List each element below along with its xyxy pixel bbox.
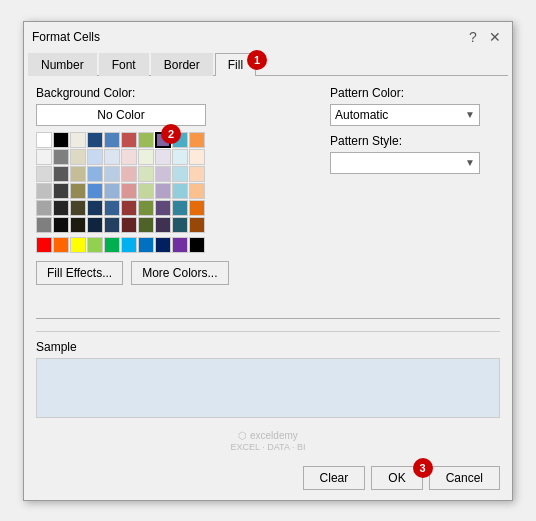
- pattern-color-arrow-icon: ▼: [465, 109, 475, 120]
- theme-color-cell[interactable]: [172, 166, 188, 182]
- theme-color-cell[interactable]: [121, 132, 137, 148]
- close-button[interactable]: ✕: [486, 28, 504, 46]
- theme-color-cell[interactable]: [70, 217, 86, 233]
- theme-color-cell[interactable]: [189, 149, 205, 165]
- theme-color-cell[interactable]: [189, 183, 205, 199]
- theme-color-cell[interactable]: [104, 183, 120, 199]
- theme-color-cell[interactable]: [53, 200, 69, 216]
- theme-color-cell[interactable]: [121, 166, 137, 182]
- standard-color-cell[interactable]: [121, 237, 137, 253]
- theme-color-cell[interactable]: [189, 166, 205, 182]
- help-button[interactable]: ?: [464, 28, 482, 46]
- standard-color-cell[interactable]: [138, 237, 154, 253]
- theme-color-cell[interactable]: [155, 149, 171, 165]
- sample-label: Sample: [36, 340, 500, 354]
- standard-color-cell[interactable]: [189, 237, 205, 253]
- more-colors-button[interactable]: More Colors...: [131, 261, 228, 285]
- badge-2: 2: [161, 124, 181, 144]
- standard-color-cell[interactable]: [87, 237, 103, 253]
- bottom-buttons: Clear OK 3 Cancel: [24, 458, 512, 500]
- theme-color-cell[interactable]: [189, 132, 205, 148]
- theme-color-cell[interactable]: [138, 217, 154, 233]
- theme-color-cell[interactable]: [87, 149, 103, 165]
- right-panel: Pattern Color: Automatic ▼ Pattern Style…: [330, 86, 500, 314]
- separator: [36, 318, 500, 319]
- theme-color-cell[interactable]: [155, 166, 171, 182]
- cancel-button[interactable]: Cancel: [429, 466, 500, 490]
- theme-color-cell[interactable]: [138, 132, 154, 148]
- pattern-style-dropdown[interactable]: ▼: [330, 152, 480, 174]
- theme-color-cell[interactable]: [53, 217, 69, 233]
- theme-color-cell[interactable]: [121, 217, 137, 233]
- standard-color-cell[interactable]: [104, 237, 120, 253]
- theme-color-cell[interactable]: [70, 183, 86, 199]
- standard-color-cell[interactable]: [172, 237, 188, 253]
- theme-color-cell[interactable]: [70, 132, 86, 148]
- theme-color-cell[interactable]: [87, 183, 103, 199]
- theme-color-cell[interactable]: [155, 183, 171, 199]
- theme-color-cell[interactable]: [172, 217, 188, 233]
- theme-color-cell[interactable]: [104, 132, 120, 148]
- theme-color-cell[interactable]: [155, 217, 171, 233]
- effect-buttons-row: Fill Effects... More Colors...: [36, 261, 314, 285]
- theme-color-cell[interactable]: [138, 149, 154, 165]
- theme-color-cell[interactable]: [104, 200, 120, 216]
- theme-color-cell[interactable]: [138, 183, 154, 199]
- badge-1: 1: [247, 50, 267, 70]
- main-row: Background Color: No Color 2 Fill Effect…: [36, 86, 500, 314]
- theme-color-cell[interactable]: [36, 132, 52, 148]
- theme-color-cell[interactable]: [36, 149, 52, 165]
- no-color-button[interactable]: No Color: [36, 104, 206, 126]
- theme-color-cell[interactable]: [104, 166, 120, 182]
- tab-content: Background Color: No Color 2 Fill Effect…: [24, 76, 512, 428]
- theme-color-cell[interactable]: [53, 149, 69, 165]
- dialog-title: Format Cells: [32, 30, 100, 44]
- fill-effects-button[interactable]: Fill Effects...: [36, 261, 123, 285]
- theme-color-cell[interactable]: [138, 200, 154, 216]
- left-panel: Background Color: No Color 2 Fill Effect…: [36, 86, 314, 314]
- theme-color-cell[interactable]: [104, 217, 120, 233]
- theme-color-cell[interactable]: [104, 149, 120, 165]
- theme-color-cell[interactable]: [87, 132, 103, 148]
- tab-bar: Number Font Border Fill 1: [28, 50, 508, 76]
- theme-color-grid: 2: [36, 132, 314, 233]
- theme-color-cell[interactable]: [172, 149, 188, 165]
- theme-color-cell[interactable]: [121, 149, 137, 165]
- tab-font[interactable]: Font: [99, 53, 149, 76]
- theme-color-cell[interactable]: [138, 166, 154, 182]
- theme-color-cell[interactable]: [172, 200, 188, 216]
- theme-color-cell[interactable]: [36, 217, 52, 233]
- theme-color-cell[interactable]: [53, 132, 69, 148]
- theme-color-cell[interactable]: [121, 183, 137, 199]
- theme-color-cell[interactable]: [70, 200, 86, 216]
- pattern-color-label: Pattern Color:: [330, 86, 500, 100]
- theme-color-cell[interactable]: [172, 183, 188, 199]
- standard-color-cell[interactable]: [155, 237, 171, 253]
- tab-fill[interactable]: Fill 1: [215, 53, 256, 76]
- theme-color-cell[interactable]: [121, 200, 137, 216]
- theme-color-cell[interactable]: [36, 200, 52, 216]
- selected-color-wrapper: 2: [155, 132, 171, 148]
- ok-button-wrapper: OK 3: [371, 466, 422, 490]
- pattern-color-dropdown[interactable]: Automatic ▼: [330, 104, 480, 126]
- theme-color-cell[interactable]: [36, 166, 52, 182]
- standard-color-cell[interactable]: [70, 237, 86, 253]
- badge-3: 3: [413, 458, 433, 478]
- theme-color-cell[interactable]: [87, 200, 103, 216]
- tab-border[interactable]: Border: [151, 53, 213, 76]
- theme-color-cell[interactable]: [87, 217, 103, 233]
- theme-color-cell[interactable]: [87, 166, 103, 182]
- theme-color-cell[interactable]: [53, 183, 69, 199]
- theme-color-cell[interactable]: [155, 200, 171, 216]
- standard-color-cell[interactable]: [36, 237, 52, 253]
- theme-color-cell[interactable]: [70, 149, 86, 165]
- theme-color-cell[interactable]: [53, 166, 69, 182]
- theme-color-cell[interactable]: [189, 200, 205, 216]
- theme-color-cell[interactable]: [70, 166, 86, 182]
- sample-preview: [36, 358, 500, 418]
- theme-color-cell[interactable]: [36, 183, 52, 199]
- tab-number[interactable]: Number: [28, 53, 97, 76]
- standard-color-cell[interactable]: [53, 237, 69, 253]
- theme-color-cell[interactable]: [189, 217, 205, 233]
- clear-button[interactable]: Clear: [303, 466, 366, 490]
